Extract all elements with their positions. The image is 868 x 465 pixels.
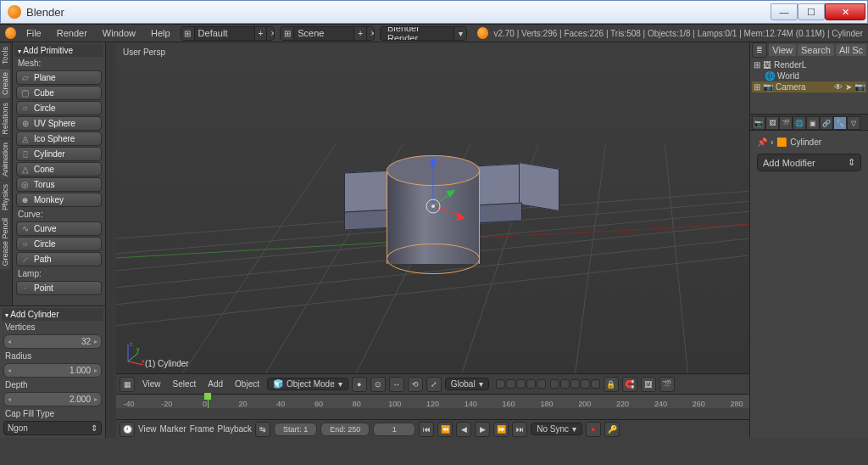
add-cylinder-button[interactable]: ⌷Cylinder — [16, 147, 102, 161]
clapperboard-icon[interactable]: 🎬 — [659, 377, 675, 392]
add-torus-button[interactable]: ◎Torus — [16, 177, 102, 192]
capfill-select[interactable]: Ngon⇕ — [3, 421, 102, 435]
editor-type-icon[interactable]: ▦ — [120, 377, 135, 392]
minimize-button[interactable]: — — [771, 3, 798, 20]
render-engine-selector[interactable]: Blender Render ▾ — [380, 26, 467, 41]
add-path-button[interactable]: ⟋Path — [16, 252, 102, 266]
render-engine-name[interactable]: Blender Render — [381, 26, 453, 41]
outliner-item-world[interactable]: 🌐World — [752, 70, 866, 81]
tab-create[interactable]: Create — [0, 69, 10, 98]
keying-set-icon[interactable]: 🔑 — [604, 422, 620, 437]
tab-relations[interactable]: Relations — [0, 99, 10, 138]
tab-grease-pencil[interactable]: Grease Pencil — [0, 215, 10, 270]
add-point-lamp-button[interactable]: ·Point — [16, 281, 102, 295]
outliner-editor-type-icon[interactable]: ≣ — [752, 42, 767, 58]
add-monkey-button[interactable]: ☻Monkey — [16, 193, 102, 207]
prop-tab-data[interactable]: ▽ — [847, 116, 860, 130]
add-plane-button[interactable]: ▱Plane — [16, 70, 102, 85]
add-circle-button[interactable]: ○Circle — [16, 101, 102, 115]
menu-render[interactable]: Render — [52, 26, 92, 40]
scene-add-icon[interactable]: + — [353, 26, 366, 41]
vp-menu-select[interactable]: Select — [169, 378, 201, 390]
snap-icon[interactable]: 🧲 — [622, 377, 637, 392]
prop-tab-modifiers[interactable]: 🔧 — [833, 116, 847, 130]
tl-menu-view[interactable]: View — [138, 424, 157, 434]
jump-start-icon[interactable]: ⏮ — [419, 422, 434, 437]
sync-selector[interactable]: No Sync▾ — [531, 423, 582, 435]
add-cone-button[interactable]: △Cone — [16, 162, 102, 176]
restrict-view-icon[interactable]: 👁 — [834, 82, 843, 92]
chevron-down-icon[interactable]: ▾ — [453, 26, 466, 41]
restrict-render-icon[interactable]: 📷 — [854, 82, 865, 92]
add-icosphere-button[interactable]: ◬Ico Sphere — [16, 132, 102, 146]
outliner-item-camera[interactable]: ⊞📷Camera👁➤📷 — [752, 81, 866, 92]
layout-remove-icon[interactable]: × — [266, 26, 275, 41]
layout-name[interactable]: Default — [195, 28, 254, 38]
prop-tab-object[interactable]: ▣ — [806, 116, 820, 130]
scene-remove-icon[interactable]: × — [366, 26, 375, 41]
autokey-record-icon[interactable]: ● — [586, 422, 601, 437]
keyframe-next-icon[interactable]: ⏩ — [493, 422, 509, 437]
timeline-editor-type-icon[interactable]: 🕘 — [120, 422, 135, 437]
breadcrumb-object[interactable]: Cylinder — [790, 137, 821, 147]
tl-menu-marker[interactable]: Marker — [160, 424, 186, 434]
add-primitive-header[interactable]: Add Primitive — [14, 44, 103, 57]
add-uvsphere-button[interactable]: ⊕UV Sphere — [16, 116, 102, 131]
menu-window[interactable]: Window — [97, 26, 141, 40]
transform-gizmo[interactable] — [399, 155, 467, 240]
pivot-icon[interactable]: ⊙ — [370, 377, 386, 392]
maximize-button[interactable]: ☐ — [798, 3, 825, 20]
keyframe-prev-icon[interactable]: ⏪ — [437, 422, 453, 437]
prop-tab-render[interactable]: 📷 — [752, 116, 765, 130]
vp-menu-add[interactable]: Add — [203, 378, 227, 390]
pin-icon[interactable]: 📌 — [757, 137, 767, 147]
jump-end-icon[interactable]: ⏭ — [512, 422, 527, 437]
outliner-filter[interactable]: All Sc — [836, 44, 866, 56]
menu-help[interactable]: Help — [146, 26, 175, 40]
toolshelf-scrollbar[interactable] — [106, 42, 116, 438]
restrict-select-icon[interactable]: ➤ — [845, 82, 852, 92]
radius-field[interactable]: 1.000 — [3, 363, 102, 378]
lock-camera-icon[interactable]: 🔒 — [604, 377, 619, 392]
layout-browse-icon[interactable]: ⊞ — [181, 26, 195, 41]
depth-field[interactable]: 2.000 — [3, 392, 102, 406]
orientation-selector[interactable]: Global▾ — [445, 378, 489, 390]
prop-tab-world[interactable]: 🌐 — [793, 116, 806, 130]
expand-icon[interactable]: ⊞ — [754, 82, 760, 92]
outliner-menu-search[interactable]: Search — [798, 44, 834, 56]
outliner-menu-view[interactable]: View — [769, 44, 796, 56]
outliner-item-render[interactable]: ⊞🖼RenderL — [752, 59, 866, 70]
scene-browse-icon[interactable]: ⊞ — [281, 26, 294, 41]
vp-menu-object[interactable]: Object — [231, 378, 264, 390]
layout-add-icon[interactable]: + — [254, 26, 267, 41]
prop-tab-scene[interactable]: 🎬 — [779, 116, 793, 130]
shading-sphere-icon[interactable]: ● — [352, 377, 367, 392]
operator-header[interactable]: Add Cylinder — [2, 308, 103, 321]
tab-tools[interactable]: Tools — [0, 43, 10, 68]
current-frame-field[interactable]: 1 — [373, 423, 415, 436]
close-button[interactable]: ✕ — [825, 3, 865, 20]
timeline-cursor[interactable] — [208, 395, 209, 408]
tl-menu-playback[interactable]: Playback — [218, 424, 253, 434]
tl-menu-frame[interactable]: Frame — [190, 424, 214, 434]
render-preview-icon[interactable]: 🖼 — [641, 377, 656, 392]
timeline-ruler[interactable]: -40-200204060801001201401601802002202402… — [116, 395, 749, 408]
scene-selector[interactable]: ⊞ Scene + × — [280, 26, 375, 41]
manipulator-rotate-icon[interactable]: ⟲ — [408, 377, 423, 392]
add-cube-button[interactable]: ▢Cube — [16, 86, 102, 100]
scene-name[interactable]: Scene — [294, 28, 353, 38]
outliner-tree[interactable]: ⊞🖼RenderL 🌐World ⊞📷Camera👁➤📷 — [750, 58, 868, 114]
play-icon[interactable]: ▶ — [475, 422, 490, 437]
3d-viewport[interactable]: User Persp — [116, 42, 749, 373]
prop-tab-constraints[interactable]: 🔗 — [820, 116, 833, 130]
add-curve-button[interactable]: ∿Curve — [16, 221, 102, 236]
screen-layout-selector[interactable]: ⊞ Default + × — [181, 26, 275, 41]
menu-file[interactable]: File — [21, 26, 47, 40]
end-frame-field[interactable]: End: 250 — [320, 423, 370, 436]
vertices-field[interactable]: 32 — [3, 334, 102, 349]
manipulator-scale-icon[interactable]: ⤢ — [426, 377, 442, 392]
expand-icon[interactable]: ⊞ — [754, 60, 760, 70]
mode-selector[interactable]: 🧊Object Mode▾ — [267, 378, 348, 390]
tab-animation[interactable]: Animation — [0, 139, 10, 180]
manipulator-translate-icon[interactable]: ↔ — [389, 377, 404, 392]
